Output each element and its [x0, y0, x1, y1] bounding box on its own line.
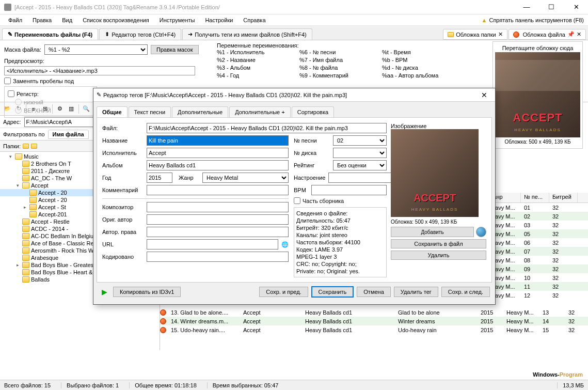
tab-additional-plus[interactable]: Дополнительные + [229, 106, 291, 117]
composer-input[interactable] [147, 202, 289, 212]
menu-settings[interactable]: Настройки [201, 16, 237, 24]
menu-help[interactable]: Справка [239, 16, 269, 24]
statusbar: Всего файлов: 15 Выбрано файлов: 1 Общее… [0, 380, 588, 390]
chevron-up-icon: ▲ [482, 17, 487, 23]
status-selected-time: Время выбранных: 05:47 [207, 382, 279, 388]
menu-playlist[interactable]: Список воспроизведения [78, 16, 153, 24]
list-row[interactable]: 14. Winter dreams.m...AcceptHeavy Ballad… [160, 317, 588, 325]
copyright-input[interactable] [147, 227, 289, 237]
title-input[interactable] [147, 135, 289, 146]
disc-icon [513, 32, 519, 38]
titlebar: [Accept - 2015 - Heavy Ballads CD1 (320)… [0, 0, 588, 14]
play-button[interactable]: ▶ [99, 286, 110, 298]
case-lower-radio[interactable] [15, 99, 22, 105]
dialog-title: Редактор тегов [F:\Music\Accept\Accept -… [103, 92, 476, 98]
url-input[interactable] [147, 239, 278, 249]
watermark: Windows-Program [533, 369, 583, 379]
tab-general[interactable]: Общие [97, 106, 128, 117]
replace-spaces-checkbox[interactable] [4, 77, 11, 84]
year-input[interactable] [147, 173, 172, 183]
compilation-checkbox[interactable] [294, 197, 300, 204]
rating-select[interactable]: Без оценки [333, 160, 387, 170]
add-cover-button[interactable]: Добавить [391, 227, 474, 237]
menu-view[interactable]: Вид [58, 16, 76, 24]
status-total-time: Общее время: 01:18:18 [129, 382, 197, 388]
list-row[interactable]: 13. Glad to be alone....AcceptHeavy Ball… [160, 308, 588, 317]
col-bitrate[interactable]: Битрей [549, 193, 578, 202]
mask-select[interactable]: %1 - %2 [44, 44, 148, 55]
copy-id3v1-button[interactable]: Копировать из ID3v1 [113, 287, 181, 297]
list-row[interactable]: Heavy M...0232 [485, 212, 588, 221]
tab-tag-editor[interactable]: ⬍ Редактор тегов (Ctrl+F4) [99, 28, 181, 40]
case-checkbox[interactable] [8, 90, 14, 97]
file-list-full: 13. Glad to be alone....AcceptHeavy Ball… [160, 308, 588, 334]
tab-additional[interactable]: Дополнительные [172, 106, 228, 117]
list-row[interactable]: Heavy M...0732 [485, 247, 588, 256]
hide-toolbar-link[interactable]: Спрятать панель инструментов (F8) [489, 17, 584, 23]
menu-tools[interactable]: Инструменты [155, 16, 199, 24]
file-path-input[interactable] [147, 123, 387, 133]
dialog-cover-info: Обложка: 500 x 499, 139 КБ [391, 219, 486, 225]
bpm-input[interactable] [311, 185, 387, 195]
dialog-icon: ✎ [97, 91, 101, 98]
browse-icon[interactable]: 🌐 [281, 241, 289, 248]
mask-label: Маска файла: [4, 46, 41, 53]
tab-tags-from-filename[interactable]: ➜ Получить теги из имени файлов (Shift+F… [182, 28, 312, 40]
list-row[interactable]: Heavy M...1032 [485, 273, 588, 282]
album-input[interactable] [147, 160, 289, 170]
folder-icon [31, 144, 37, 149]
tab-file-cover[interactable]: Обложка файла 📌 ✕ [508, 29, 586, 40]
discno-select[interactable] [333, 148, 387, 158]
orig-artist-input[interactable] [147, 214, 289, 225]
dialog-tabs: Общие Текст песни Дополнительные Дополни… [93, 104, 495, 117]
replace-spaces-label: Заменять пробелы под [13, 78, 74, 84]
filter-tab-filename[interactable]: Имя файла [48, 130, 89, 139]
save-next-button[interactable]: Сохр. и след. [441, 287, 490, 297]
menu-file[interactable]: Файл [4, 16, 26, 24]
artist-input[interactable] [147, 148, 289, 158]
tag-icon: ⬍ [105, 31, 109, 38]
list-row[interactable]: 15. Udo-heavy rain....AcceptHeavy Ballad… [160, 325, 588, 334]
case-upper-radio[interactable] [15, 107, 22, 114]
maximize-button[interactable]: ☐ [544, 3, 559, 11]
rename-icon: ✎ [8, 31, 12, 38]
edit-masks-button[interactable]: Правка масок [151, 45, 198, 54]
genre-select[interactable]: Heavy Metal [202, 173, 289, 183]
save-button[interactable]: Сохранить [311, 286, 354, 298]
cancel-button[interactable]: Отмена [357, 287, 390, 297]
list-row[interactable]: Heavy M...1232 [485, 291, 588, 300]
encoded-input[interactable] [147, 252, 289, 262]
list-row[interactable]: Heavy M...0932 [485, 264, 588, 273]
dialog-titlebar: ✎ Редактор тегов [F:\Music\Accept\Accept… [93, 88, 495, 102]
list-row[interactable]: Heavy M...1132 [485, 282, 588, 291]
menu-edit[interactable]: Правка [28, 16, 56, 24]
tab-folder-cover[interactable]: Обложка папки ✕ [443, 29, 507, 40]
tab-sort[interactable]: Сортировка [292, 106, 334, 117]
dialog-cover-image[interactable]: ACCEPT HEAVY BALLADS [391, 129, 479, 217]
col-track[interactable]: № пе... [521, 193, 549, 202]
comment-input[interactable] [147, 185, 289, 195]
list-row[interactable]: Heavy M...0132 [485, 203, 588, 212]
image-label: Изображение [391, 123, 486, 129]
save-cover-button[interactable]: Сохранить в файл [391, 239, 486, 248]
save-prev-button[interactable]: Сохр. и пред. [259, 287, 308, 297]
web-lookup-icon[interactable] [476, 227, 486, 237]
tag-editor-dialog: ✎ Редактор тегов [F:\Music\Accept\Accept… [93, 88, 496, 305]
tab-lyrics[interactable]: Текст песни [129, 106, 171, 117]
tab-rename-files[interactable]: ✎ Переименовать файлы (F4) [2, 28, 98, 40]
trackno-select[interactable]: 02 [333, 135, 387, 146]
list-row[interactable]: Heavy M...0332 [485, 221, 588, 229]
delete-tag-button[interactable]: Удалить тег [394, 287, 438, 297]
arrow-icon: ➜ [188, 31, 193, 38]
status-size: 13,3 МБ [557, 382, 584, 388]
list-row[interactable]: Heavy M...0832 [485, 256, 588, 264]
list-row[interactable]: Heavy M...0632 [485, 238, 588, 247]
close-button[interactable]: ✕ [568, 3, 584, 11]
dialog-close-button[interactable]: ✕ [476, 91, 492, 99]
delete-cover-button[interactable]: Удалить [391, 251, 486, 260]
list-row[interactable]: Heavy M...0532 [485, 229, 588, 238]
minimize-button[interactable]: — [519, 3, 534, 11]
close-tab-icon[interactable]: ✕ [498, 31, 503, 38]
close-tab-icon[interactable]: ✕ [577, 31, 581, 38]
pin-icon[interactable]: 📌 [567, 31, 575, 38]
